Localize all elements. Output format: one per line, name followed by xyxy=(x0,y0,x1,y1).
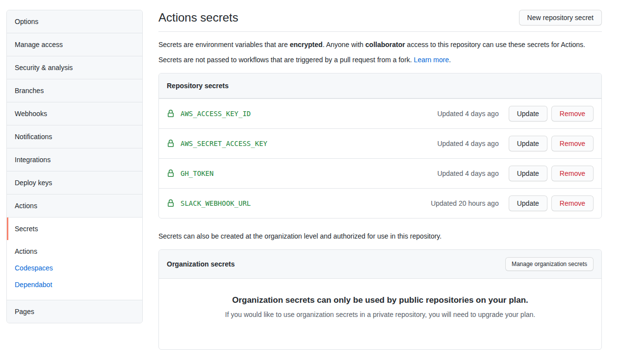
organization-secrets-title: Organization secrets xyxy=(167,260,235,268)
secrets-submenu: Actions Codespaces Dependabot xyxy=(7,240,142,300)
secret-updated: Updated 20 hours ago xyxy=(431,199,499,207)
sidebar-item-options[interactable]: Options xyxy=(7,10,142,33)
secret-row: SLACK_WEBHOOK_URL Updated 20 hours ago U… xyxy=(159,188,601,218)
submenu-item-dependabot[interactable]: Dependabot xyxy=(7,276,142,293)
blankslate-text: If you would like to use organization se… xyxy=(179,310,582,320)
submenu-item-codespaces[interactable]: Codespaces xyxy=(7,260,142,276)
organization-secrets-header: Organization secrets Manage organization… xyxy=(159,250,601,279)
secret-name: GH_TOKEN xyxy=(181,170,437,177)
intro-bold-collaborator: collaborator xyxy=(365,41,405,49)
sidebar-item-manage-access[interactable]: Manage access xyxy=(7,33,142,56)
secret-name: AWS_ACCESS_KEY_ID xyxy=(181,110,437,118)
secret-row: GH_TOKEN Updated 4 days ago Update Remov… xyxy=(159,158,601,188)
organization-secrets-box: Organization secrets Manage organization… xyxy=(158,249,602,350)
page-title: Actions secrets xyxy=(158,10,238,25)
organization-note: Secrets can also be created at the organ… xyxy=(158,231,602,242)
intro-text-4: Secrets are not passed to workflows that… xyxy=(158,56,414,64)
settings-sidebar: Options Manage access Security & analysi… xyxy=(6,10,143,323)
new-repository-secret-button[interactable]: New repository secret xyxy=(519,10,602,25)
secret-updated: Updated 4 days ago xyxy=(437,170,498,177)
learn-more-link[interactable]: Learn more xyxy=(414,56,449,64)
remove-button[interactable]: Remove xyxy=(551,166,594,181)
repository-secrets-box: Repository secrets AWS_ACCESS_KEY_ID Upd… xyxy=(158,73,602,218)
lock-icon xyxy=(167,140,175,147)
sidebar-item-branches[interactable]: Branches xyxy=(7,79,142,102)
intro-text-1: Secrets are environment variables that a… xyxy=(158,41,290,49)
intro-text-3: access to this repository can use these … xyxy=(405,41,585,49)
intro-text-5: . xyxy=(449,56,451,64)
update-button[interactable]: Update xyxy=(509,106,547,121)
sidebar-item-secrets[interactable]: Secrets xyxy=(7,218,142,240)
remove-button[interactable]: Remove xyxy=(551,195,594,211)
secret-updated: Updated 4 days ago xyxy=(437,140,498,147)
remove-button[interactable]: Remove xyxy=(551,106,594,121)
blankslate-heading: Organization secrets can only be used by… xyxy=(179,295,582,305)
main-content: Actions secrets New repository secret Se… xyxy=(158,10,602,350)
lock-icon xyxy=(167,199,175,207)
intro-line-2: Secrets are not passed to workflows that… xyxy=(158,55,602,65)
sidebar-item-notifications[interactable]: Notifications xyxy=(7,125,142,148)
update-button[interactable]: Update xyxy=(509,166,547,181)
secret-name: AWS_SECRET_ACCESS_KEY xyxy=(181,140,437,147)
secret-name: SLACK_WEBHOOK_URL xyxy=(181,199,431,207)
sidebar-item-actions[interactable]: Actions xyxy=(7,194,142,218)
organization-secrets-blankslate: Organization secrets can only be used by… xyxy=(159,279,601,349)
intro-text-2: . Anyone with xyxy=(323,41,365,49)
update-button[interactable]: Update xyxy=(509,136,547,151)
intro-text: Secrets are environment variables that a… xyxy=(158,40,602,65)
page-header: Actions secrets New repository secret xyxy=(158,10,602,32)
sidebar-item-pages[interactable]: Pages xyxy=(7,300,142,323)
lock-icon xyxy=(167,110,175,118)
sidebar-item-webhooks[interactable]: Webhooks xyxy=(7,102,142,125)
secret-row: AWS_SECRET_ACCESS_KEY Updated 4 days ago… xyxy=(159,128,601,158)
update-button[interactable]: Update xyxy=(509,195,547,211)
submenu-item-actions[interactable]: Actions xyxy=(7,243,142,260)
sidebar-item-security-analysis[interactable]: Security & analysis xyxy=(7,56,142,79)
remove-button[interactable]: Remove xyxy=(551,136,594,151)
sidebar-item-integrations[interactable]: Integrations xyxy=(7,148,142,171)
intro-bold-encrypted: encrypted xyxy=(290,41,323,49)
sidebar-item-deploy-keys[interactable]: Deploy keys xyxy=(7,171,142,194)
settings-page: Options Manage access Security & analysi… xyxy=(0,0,622,350)
repository-secrets-header: Repository secrets xyxy=(159,73,601,98)
secret-updated: Updated 4 days ago xyxy=(437,110,498,118)
lock-icon xyxy=(167,170,175,177)
repository-secrets-title: Repository secrets xyxy=(167,82,229,90)
manage-organization-secrets-button[interactable]: Manage organization secrets xyxy=(505,257,594,271)
intro-line-1: Secrets are environment variables that a… xyxy=(158,40,602,50)
secret-row: AWS_ACCESS_KEY_ID Updated 4 days ago Upd… xyxy=(159,98,601,128)
